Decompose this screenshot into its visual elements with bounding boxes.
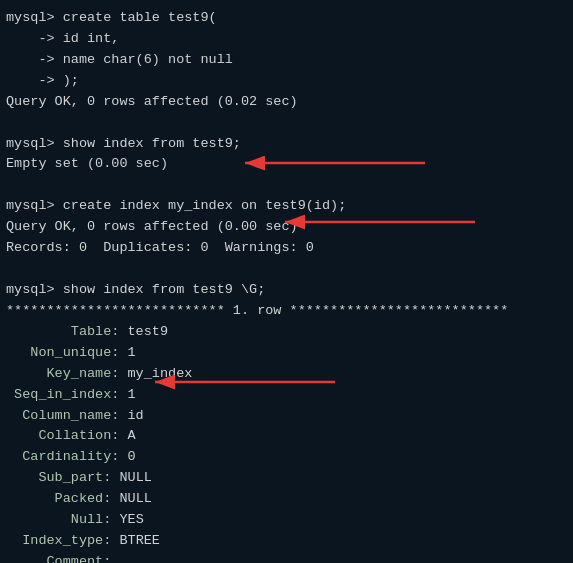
- line-11: Query OK, 0 rows affected (0.00 sec): [6, 217, 567, 238]
- label-seq-in-index: Seq_in_index:: [6, 387, 119, 402]
- label-table: Table:: [6, 324, 119, 339]
- value-packed: NULL: [111, 491, 152, 506]
- prompt-4: -> );: [6, 73, 79, 88]
- label-key-name: Key_name:: [6, 366, 119, 381]
- output-8: Empty set (0.00 sec): [6, 156, 168, 171]
- prompt-14: mysql> show index from test9 \G;: [6, 282, 265, 297]
- label-sub-part: Sub_part:: [6, 470, 111, 485]
- blank-3: [6, 259, 567, 280]
- value-key-name: my_index: [119, 366, 192, 381]
- value-index-type: BTREE: [111, 533, 160, 548]
- line-2: -> id int,: [6, 29, 567, 50]
- value-sub-part: NULL: [111, 470, 152, 485]
- label-cardinality: Cardinality:: [6, 449, 119, 464]
- prompt-10: mysql> create index my_index on test9(id…: [6, 198, 346, 213]
- line-3: -> name char(6) not null: [6, 50, 567, 71]
- field-seq-in-index: Seq_in_index: 1: [6, 385, 567, 406]
- prompt-3: -> name char(6) not null: [6, 52, 233, 67]
- label-null: Null:: [6, 512, 111, 527]
- line-15-stars: *************************** 1. row *****…: [6, 301, 567, 322]
- prompt-2: -> id int,: [6, 31, 119, 46]
- output-11: Query OK, 0 rows affected (0.00 sec): [6, 219, 298, 234]
- value-null: YES: [111, 512, 143, 527]
- value-cardinality: 0: [119, 449, 135, 464]
- prompt-7: mysql> show index from test9;: [6, 136, 241, 151]
- value-table: test9: [119, 324, 168, 339]
- line-14: mysql> show index from test9 \G;: [6, 280, 567, 301]
- field-non-unique: Non_unique: 1: [6, 343, 567, 364]
- label-column-name: Column_name:: [6, 408, 119, 423]
- blank-2: [6, 175, 567, 196]
- output-12: Records: 0 Duplicates: 0 Warnings: 0: [6, 240, 314, 255]
- label-packed: Packed:: [6, 491, 111, 506]
- line-4: -> );: [6, 71, 567, 92]
- line-1: mysql> create table test9(: [6, 8, 567, 29]
- stars-row: *************************** 1. row *****…: [6, 303, 508, 318]
- field-sub-part: Sub_part: NULL: [6, 468, 567, 489]
- field-null: Null: YES: [6, 510, 567, 531]
- blank-1: [6, 113, 567, 134]
- value-seq-in-index: 1: [119, 387, 135, 402]
- value-column-name: id: [119, 408, 143, 423]
- line-7: mysql> show index from test9;: [6, 134, 567, 155]
- field-column-name: Column_name: id: [6, 406, 567, 427]
- field-index-type: Index_type: BTREE: [6, 531, 567, 552]
- output-5: Query OK, 0 rows affected (0.02 sec): [6, 94, 298, 109]
- field-collation: Collation: A: [6, 426, 567, 447]
- line-12: Records: 0 Duplicates: 0 Warnings: 0: [6, 238, 567, 259]
- line-10: mysql> create index my_index on test9(id…: [6, 196, 567, 217]
- field-cardinality: Cardinality: 0: [6, 447, 567, 468]
- value-non-unique: 1: [119, 345, 135, 360]
- label-collation: Collation:: [6, 428, 119, 443]
- prompt-1: mysql> create table test9(: [6, 10, 217, 25]
- field-key-name: Key_name: my_index: [6, 364, 567, 385]
- field-table: Table: test9: [6, 322, 567, 343]
- line-8: Empty set (0.00 sec): [6, 154, 567, 175]
- field-packed: Packed: NULL: [6, 489, 567, 510]
- label-index-type: Index_type:: [6, 533, 111, 548]
- field-comment: Comment:: [6, 552, 567, 563]
- label-non-unique: Non_unique:: [6, 345, 119, 360]
- value-collation: A: [119, 428, 135, 443]
- line-5: Query OK, 0 rows affected (0.02 sec): [6, 92, 567, 113]
- terminal-window: mysql> create table test9( -> id int, ->…: [0, 0, 573, 563]
- label-comment: Comment:: [6, 554, 111, 563]
